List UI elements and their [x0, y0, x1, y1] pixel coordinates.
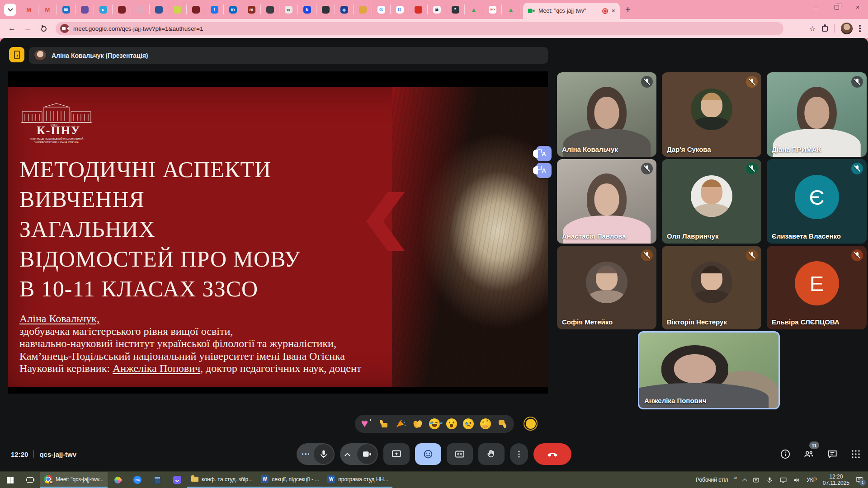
- back-button[interactable]: ←: [8, 24, 16, 33]
- address-bar[interactable]: meet.google.com/qcs-jajj-twv?pli=1&authu…: [56, 22, 783, 35]
- pinned-tab-drive[interactable]: ▲: [502, 5, 520, 14]
- pinned-tab-outlook[interactable]: ✉: [57, 5, 75, 14]
- pinned-tab-gmail[interactable]: M: [38, 5, 57, 14]
- new-tab-button[interactable]: +: [625, 5, 631, 14]
- browser-profile-avatar[interactable]: [841, 23, 853, 34]
- thumbs-up-emoji[interactable]: [378, 418, 389, 429]
- participant-tile[interactable]: Дар'я Сукова: [662, 72, 761, 157]
- desktop-peek-label[interactable]: Робочий стіл: [696, 477, 728, 483]
- people-panel-button[interactable]: 11: [803, 448, 815, 460]
- pinned-tab-facebook[interactable]: f: [205, 5, 224, 14]
- more-options-button[interactable]: [510, 443, 528, 465]
- pinned-tab-google[interactable]: G: [391, 5, 409, 14]
- sad-tear-emoji[interactable]: [463, 418, 474, 429]
- pinned-tab-recording[interactable]: [409, 5, 428, 14]
- taskbar-word-document-1[interactable]: W секції, підсекції - ...: [257, 472, 323, 488]
- activities-grid-icon[interactable]: [850, 448, 862, 460]
- captions-button[interactable]: [447, 443, 473, 465]
- network-tray-icon[interactable]: [779, 476, 787, 484]
- bookmark-star-icon[interactable]: ☆: [809, 24, 816, 33]
- pinned-tab-linkedin[interactable]: in: [224, 5, 242, 14]
- participant-tile[interactable]: Софія Метейко: [557, 246, 656, 329]
- pinned-tab-emblem-lime[interactable]: [168, 5, 187, 14]
- window-restore-button[interactable]: [826, 0, 847, 14]
- meeting-details-icon[interactable]: [779, 448, 791, 460]
- leave-presentation-button[interactable]: [9, 47, 24, 62]
- volume-tray-icon[interactable]: [793, 476, 801, 484]
- tab-close-icon[interactable]: ×: [612, 8, 615, 14]
- pinned-tab-link-site[interactable]: ∞: [279, 5, 298, 14]
- participant-tile[interactable]: Є Єлизавета Власенко: [767, 159, 867, 244]
- surprised-emoji[interactable]: [446, 418, 457, 429]
- camera-button[interactable]: [340, 443, 378, 465]
- pinned-tab-gmail[interactable]: M: [20, 5, 38, 14]
- thinking-emoji[interactable]: [480, 418, 491, 429]
- chevron-up-icon[interactable]: [344, 452, 350, 458]
- participant-tile[interactable]: Вікторія Нестерук: [662, 246, 761, 329]
- screen-recorder-tray-icon[interactable]: [752, 476, 760, 484]
- party-emoji[interactable]: [395, 418, 406, 429]
- tab-search-button[interactable]: [4, 4, 16, 16]
- taskbar-folder-window[interactable]: конф. та студ. збір...: [187, 472, 257, 488]
- taskbar-calculator-app[interactable]: [147, 472, 167, 488]
- reaction-skin-tone-button[interactable]: [524, 417, 538, 431]
- translate-overlay-button[interactable]: A: [536, 146, 552, 161]
- overflow-chevrons-icon[interactable]: »: [734, 474, 737, 481]
- pinned-tab-skull[interactable]: ☠: [428, 5, 446, 14]
- forward-button[interactable]: →: [24, 24, 32, 33]
- taskbar-clock[interactable]: 12:2007.11.2025: [823, 474, 849, 486]
- participant-tile[interactable]: Аліна Ковальчук: [557, 72, 656, 157]
- reactions-button[interactable]: [415, 443, 441, 465]
- tab-meet[interactable]: Meet: "qcs-jajj-twv" ×: [523, 3, 620, 19]
- pinned-tab-gold-site[interactable]: [354, 5, 372, 14]
- extensions-icon[interactable]: [822, 26, 828, 32]
- participant-tile[interactable]: Анастасія Павлова: [557, 159, 656, 244]
- chat-panel-icon[interactable]: [826, 448, 838, 460]
- url-text[interactable]: meet.google.com/qcs-jajj-twv?pli=1&authu…: [73, 25, 203, 32]
- taskbar-zoom-app[interactable]: zm: [127, 472, 147, 488]
- pinned-tab-moodle[interactable]: m: [242, 5, 261, 14]
- translate-overlay-button[interactable]: A: [536, 163, 552, 178]
- end-call-button[interactable]: [533, 443, 571, 465]
- thumbs-down-emoji[interactable]: [497, 418, 508, 429]
- audio-options-icon[interactable]: [302, 453, 309, 455]
- participant-tile[interactable]: Е Ельвіра СЛЄПЦОВА: [767, 246, 867, 329]
- notification-center-button[interactable]: 1: [855, 476, 863, 484]
- sparkling-heart-emoji[interactable]: [361, 418, 372, 429]
- taskbar-viber-app[interactable]: [167, 472, 187, 488]
- presenting-banner[interactable]: Аліна Ковальчук (Презентація): [29, 47, 548, 64]
- microphone-button[interactable]: [297, 443, 335, 465]
- participant-tile[interactable]: Діана ПРИМАК: [767, 72, 867, 157]
- raise-hand-button[interactable]: [478, 443, 505, 465]
- taskbar-chrome-meet[interactable]: Meet: "qcs-jajj-twv...: [40, 472, 108, 488]
- pinned-tab-community-pink[interactable]: [131, 5, 150, 14]
- participant-tile[interactable]: Оля Лавринчук: [662, 159, 761, 244]
- language-indicator[interactable]: УКР: [807, 477, 817, 483]
- pinned-tab-gem[interactable]: ◆: [335, 5, 354, 14]
- pinned-tab-dark-site[interactable]: [316, 5, 335, 14]
- taskbar-paint-app[interactable]: [108, 472, 127, 488]
- camera-in-use-icon[interactable]: [60, 24, 69, 33]
- start-button[interactable]: [0, 472, 20, 488]
- pinned-tab-docs-blue[interactable]: b: [298, 5, 316, 14]
- browser-menu-icon[interactable]: [859, 24, 862, 33]
- pinned-tab-dark-site[interactable]: [261, 5, 279, 14]
- laugh-emoji[interactable]: [429, 418, 440, 429]
- pinned-tab-google[interactable]: G: [372, 5, 391, 14]
- clap-emoji[interactable]: [412, 418, 423, 429]
- pinned-tab-education[interactable]: [75, 5, 94, 14]
- pinned-tab-emblem-blue[interactable]: [150, 5, 168, 14]
- pinned-tab-znu[interactable]: ЗНУ: [483, 5, 502, 14]
- reload-button[interactable]: [39, 24, 47, 33]
- task-view-button[interactable]: [20, 472, 40, 488]
- pinned-tab-drive[interactable]: ▲: [465, 5, 483, 14]
- active-speaker-tile[interactable]: Анжеліка Попович: [638, 331, 780, 409]
- taskbar-word-document-2[interactable]: W програма студ НН...: [323, 472, 392, 488]
- microphone-tray-icon[interactable]: [766, 476, 774, 484]
- pinned-tab-university-red[interactable]: [113, 5, 131, 14]
- window-close-button[interactable]: ×: [847, 0, 868, 14]
- present-screen-button[interactable]: [383, 443, 410, 465]
- pinned-tab-openai[interactable]: *: [446, 5, 465, 14]
- show-hidden-icons-button[interactable]: [742, 479, 747, 483]
- pinned-tab-telegram[interactable]: ▸: [94, 5, 113, 14]
